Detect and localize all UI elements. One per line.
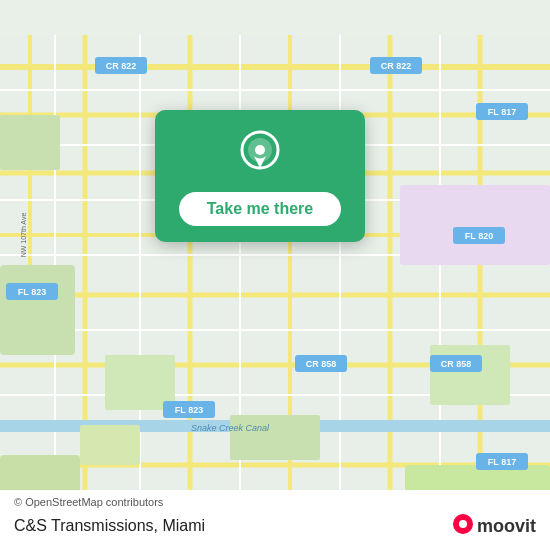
svg-point-59 <box>255 145 265 155</box>
attribution-text: © OpenStreetMap contributors <box>14 496 536 508</box>
moovit-pin-icon <box>451 512 475 540</box>
svg-text:CR 822: CR 822 <box>381 61 412 71</box>
svg-text:NW 107th Ave: NW 107th Ave <box>20 213 27 258</box>
svg-text:FL 817: FL 817 <box>488 457 516 467</box>
svg-text:Snake Creek Canal: Snake Creek Canal <box>191 423 270 433</box>
svg-rect-32 <box>0 115 60 170</box>
svg-text:CR 858: CR 858 <box>306 359 337 369</box>
svg-rect-35 <box>80 425 140 465</box>
bottom-row: C&S Transmissions, Miami moovit <box>14 512 536 540</box>
svg-text:FL 823: FL 823 <box>18 287 46 297</box>
svg-rect-36 <box>430 345 510 405</box>
moovit-logo: moovit <box>451 512 536 540</box>
take-me-there-button[interactable]: Take me there <box>179 192 341 226</box>
svg-point-61 <box>459 520 467 528</box>
svg-rect-27 <box>0 265 75 355</box>
map-container: CR 822 CR 822 FL 817 FL 820 FL 823 FL 81… <box>0 0 550 550</box>
svg-text:CR 822: CR 822 <box>106 61 137 71</box>
location-card: Take me there <box>155 110 365 242</box>
map-background: CR 822 CR 822 FL 817 FL 820 FL 823 FL 81… <box>0 0 550 550</box>
svg-text:FL 820: FL 820 <box>465 231 493 241</box>
svg-rect-34 <box>230 415 320 460</box>
place-name: C&S Transmissions, Miami <box>14 517 205 535</box>
location-pin-icon <box>234 128 286 180</box>
svg-text:CR 858: CR 858 <box>441 359 472 369</box>
svg-rect-31 <box>400 185 550 265</box>
moovit-text: moovit <box>477 516 536 537</box>
bottom-bar: © OpenStreetMap contributors C&S Transmi… <box>0 490 550 550</box>
svg-text:FL 817: FL 817 <box>488 107 516 117</box>
svg-text:FL 823: FL 823 <box>175 405 203 415</box>
